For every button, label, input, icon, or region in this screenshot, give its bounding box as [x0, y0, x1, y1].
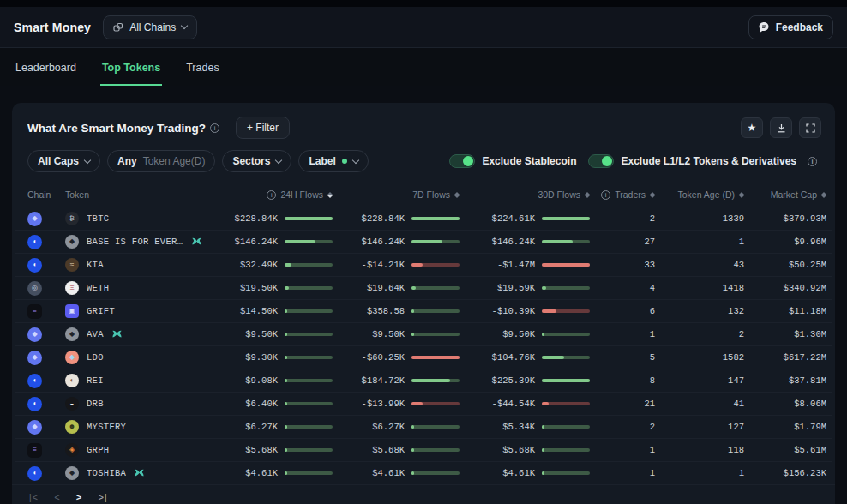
flows-7d-bar	[411, 448, 460, 452]
flows-7d-value: -$13.99K	[362, 399, 405, 409]
table-row[interactable]: ◆ ☻ MYSTERY $6.27K $6.27K $5.34K 2 127 $…	[15, 415, 832, 438]
panel-header: What Are Smart Money Trading? i + Filter…	[12, 103, 835, 139]
next-page-button[interactable]: >	[76, 493, 81, 503]
flows-30d-value: -$10.39K	[492, 306, 535, 316]
flows-24h-value: $228.84K	[235, 213, 278, 224]
flows-30d-bar	[542, 402, 590, 405]
info-icon: i	[601, 190, 610, 200]
flows-7d-bar	[411, 333, 460, 336]
col-header-token-age[interactable]: Token Age (D)	[655, 189, 744, 200]
col-header-traders[interactable]: i Traders	[590, 189, 655, 200]
flows-30d-bar	[542, 333, 590, 336]
header-bar: Smart Money All Chains Feedback	[0, 7, 847, 48]
market-cap-filter[interactable]: All Caps	[27, 150, 100, 172]
info-icon[interactable]: i	[808, 157, 817, 166]
label-filter[interactable]: Label	[298, 150, 368, 172]
pagination: |< < > >|	[12, 484, 835, 504]
flows-30d-cell: $4.61K	[460, 468, 590, 478]
all-caps-label: All Caps	[38, 155, 79, 167]
speech-bubble-icon	[759, 21, 770, 33]
table-row[interactable]: ◖ ◆ BASE IS FOR EVERY… $146.24K $146.24K…	[15, 230, 832, 253]
token-age-filter[interactable]: Any Token Age(D)	[107, 150, 215, 172]
sectors-filter[interactable]: Sectors	[222, 150, 291, 172]
favorite-button[interactable]: ★	[741, 117, 763, 138]
flows-7d-value: -$60.25K	[362, 352, 405, 363]
flows-24h-value: $14.50K	[240, 306, 278, 316]
traders-value: 8	[590, 375, 655, 386]
all-chains-dropdown[interactable]: All Chains	[103, 15, 197, 39]
table-row[interactable]: ◆ ◆ AVA $9.50K $9.50K $9.50K 1 2 $1.30M	[15, 322, 832, 345]
flows-30d-value: $146.24K	[492, 237, 535, 247]
tab-leaderboard[interactable]: Leaderboard	[14, 51, 78, 86]
token-icon: ◆	[65, 235, 79, 249]
flows-30d-cell: -$44.54K	[460, 399, 590, 409]
tab-top-tokens[interactable]: Top Tokens	[100, 51, 162, 86]
flows-30d-bar	[542, 425, 590, 429]
flows-7d-value: $146.24K	[362, 237, 405, 247]
prev-page-button[interactable]: <	[54, 493, 59, 503]
col-header-7d-flows[interactable]: 7D Flows	[333, 189, 460, 200]
table-row[interactable]: ≡ ▣ GRIFT $14.50K $358.58 -$10.39K 6 132…	[15, 299, 832, 322]
token-name: GRIFT	[87, 306, 115, 316]
add-filter-button[interactable]: + Filter	[236, 117, 290, 139]
col-header-chain[interactable]: Chain	[27, 189, 65, 200]
flows-30d-value: $104.76K	[492, 352, 535, 363]
chain-icon-solana: ≡	[27, 304, 42, 319]
table-row[interactable]: ≡ ◈ GRPH $5.68K $5.68K $5.68K 1 118 $5.6…	[15, 438, 832, 461]
table-row[interactable]: ◎ Ξ WETH $19.50K $19.64K $19.59K 4 1418 …	[15, 276, 832, 299]
flows-24h-cell: $9.30K	[202, 352, 333, 363]
flows-7d-cell: $5.68K	[333, 445, 460, 455]
flows-30d-bar	[542, 263, 590, 267]
table-row[interactable]: ◆ ◆ LDO $9.30K -$60.25K $104.76K 5 1582 …	[15, 345, 832, 369]
flows-30d-value: $5.34K	[502, 422, 535, 432]
any-label: Any	[117, 155, 137, 167]
market-cap-value: $5.61M	[744, 445, 826, 455]
first-page-button[interactable]: |<	[27, 493, 37, 503]
chain-icon-base: ◖	[27, 397, 42, 411]
col-header-market-cap[interactable]: Market Cap	[744, 189, 826, 200]
col-header-24h-flows[interactable]: i 24H Flows	[202, 189, 333, 200]
flows-24h-cell: $32.49K	[202, 260, 333, 270]
flows-7d-cell: $9.50K	[333, 329, 460, 339]
flows-24h-value: $32.49K	[240, 260, 278, 270]
market-cap-value: $8.06M	[744, 399, 826, 409]
table-row[interactable]: ◖ ◒ DRB $6.40K -$13.99K -$44.54K 21 41 $…	[15, 392, 832, 415]
token-age-value: 118	[655, 445, 744, 455]
flows-24h-value: $9.08K	[245, 375, 278, 386]
chain-icon-ethereum: ◆	[27, 327, 42, 342]
flows-7d-value: $19.64K	[367, 283, 405, 293]
flows-7d-bar	[411, 379, 460, 382]
market-cap-value: $340.92M	[744, 283, 826, 293]
table-row[interactable]: ◖ ◆ TOSHIBA $4.61K $4.61K $4.61K 1 1 $15…	[15, 461, 832, 484]
col-header-token[interactable]: Token	[65, 189, 202, 200]
tab-trades[interactable]: Trades	[184, 51, 220, 86]
flows-30d-value: $4.61K	[502, 468, 535, 478]
flows-30d-value: $225.39K	[492, 375, 535, 386]
flows-24h-bar	[285, 333, 333, 336]
download-button[interactable]	[770, 117, 792, 138]
last-page-button[interactable]: >|	[98, 493, 107, 503]
col-header-30d-flows[interactable]: 30D Flows	[460, 189, 590, 200]
table-row[interactable]: ◖ ◐ REI $9.08K $184.72K $225.39K 8 147 $…	[15, 369, 832, 392]
info-icon[interactable]: i	[210, 123, 219, 133]
flows-7d-cell: -$60.25K	[333, 352, 460, 363]
fullscreen-button[interactable]	[799, 117, 821, 138]
chevron-down-icon	[275, 156, 282, 163]
flows-7d-value: $184.72K	[362, 375, 405, 386]
table-body: ◆ ₿ TBTC $228.84K $228.84K $224.61K 2 13…	[15, 207, 832, 484]
token-name: TOSHIBA	[87, 468, 126, 478]
flows-7d-bar	[411, 240, 460, 243]
flows-24h-bar	[285, 471, 333, 475]
feedback-button[interactable]: Feedback	[748, 15, 833, 39]
token-age-value: 1418	[655, 283, 744, 293]
flows-24h-cell: $5.68K	[202, 445, 333, 455]
flows-30d-bar	[542, 379, 590, 382]
token-icon: ▣	[65, 304, 79, 318]
flows-24h-bar	[285, 240, 333, 243]
flows-30d-cell: -$10.39K	[460, 306, 590, 316]
exclude-stablecoin-toggle[interactable]: Exclude Stablecoin	[449, 154, 576, 168]
flows-24h-bar	[285, 402, 333, 405]
exclude-l1l2-toggle[interactable]: Exclude L1/L2 Tokens & Derivatives i	[588, 154, 821, 168]
table-row[interactable]: ◖ ≈ KTA $32.49K -$14.21K -$1.47M 33 43 $…	[15, 253, 832, 276]
table-row[interactable]: ◆ ₿ TBTC $228.84K $228.84K $224.61K 2 13…	[15, 207, 832, 230]
